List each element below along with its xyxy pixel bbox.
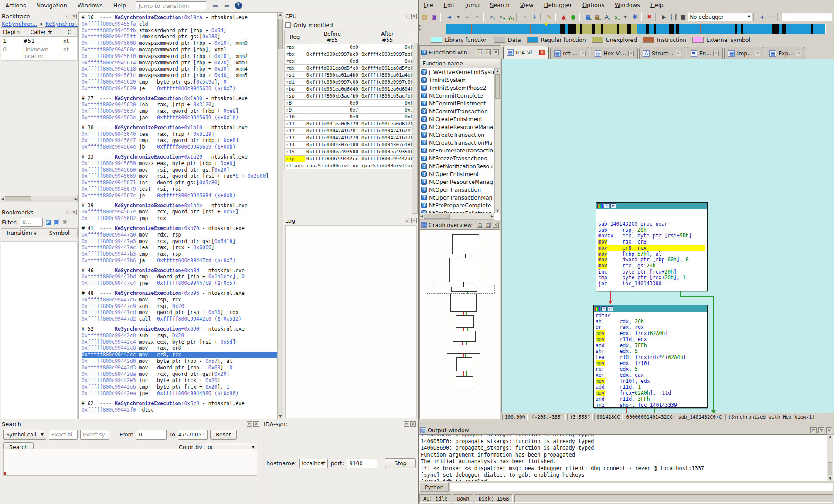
trace-instruction[interactable]: 0xfffff800c9945660 mov rsi, qword ptr gs… xyxy=(82,167,277,173)
function-list-item[interactable]: fNtCreateTransactionMa xyxy=(420,139,500,146)
close-panel-icon[interactable]: ✕ xyxy=(411,218,417,223)
trace-instruction[interactable]: 0xfffff800c99455fa cld xyxy=(82,21,277,27)
trace-instruction[interactable]: 0xfffff800c9945679 test rsi, rsi xyxy=(82,186,277,193)
node-edit-icon[interactable]: ✎ xyxy=(604,203,609,208)
trace-instruction[interactable]: 0xfffff800c994567e mov rcx, qword ptr [r… xyxy=(82,209,277,215)
ida-menu-view[interactable]: View xyxy=(515,0,539,10)
trace-instruction[interactable]: 0xfffff800c994567c je 0xfffff800c9945684… xyxy=(82,193,277,199)
node-color-icon[interactable]: ▒ xyxy=(595,306,600,311)
cpu-register-row[interactable]: rsp0xfffff800cb3acfb00xfffff800cb3acfb0 xyxy=(285,93,415,100)
trace-instruction[interactable]: 0xfffff800c9945608 movapsxmmword ptr [rb… xyxy=(82,40,277,47)
close-panel-icon[interactable]: ✕ xyxy=(411,14,417,19)
load-bookmarks-icon[interactable]: ◪ xyxy=(45,219,51,226)
float-icon[interactable]: □ xyxy=(810,427,817,433)
ida-menu-search[interactable]: Search xyxy=(485,0,515,10)
make-code-icon[interactable]: ▦+ xyxy=(583,12,592,21)
save-file-icon[interactable]: ▣ xyxy=(430,12,439,21)
nav-back-icon[interactable]: ◄ xyxy=(444,12,453,21)
step-into-icon[interactable]: ⇣ xyxy=(758,12,767,21)
cpu-register-row[interactable]: rdi0xffffc000e9997c000xffffc000e9997c00 xyxy=(285,79,415,86)
search-results-list[interactable] xyxy=(3,449,257,476)
step-over-icon[interactable]: ⇀ xyxy=(767,12,776,21)
output-log[interactable]: 1406B5B20: propagate_stkargs: function i… xyxy=(419,434,834,481)
make-string-icon[interactable]: s+ xyxy=(612,12,621,21)
trace-instruction[interactable]: 0xfffff800c99455fb stmxcsrdword ptr [rbp… xyxy=(82,27,277,34)
backtrace-row[interactable]: 1#51nt xyxy=(1,37,78,45)
cpu-register-row[interactable]: r100x00x0 xyxy=(285,114,415,121)
cpu-vscrollbar[interactable] xyxy=(412,43,418,214)
port-input[interactable]: 9100 xyxy=(347,459,377,468)
trace-instruction[interactable]: 0xfffff800c994564e jb 0xfffff800c9945659… xyxy=(82,144,277,150)
trace-instruction[interactable]: 0xfffff800c99442f0 rdtsc xyxy=(82,407,277,413)
function-list-item[interactable]: fNtCreateEnlistment xyxy=(420,115,500,123)
float-panel-icon[interactable]: ▫ xyxy=(247,421,252,427)
cpu-register-row[interactable]: rsi0xfffff800ca01a4b00xfffff800ca01a4b0 xyxy=(285,72,415,79)
make-data-icon[interactable]: ▦+ xyxy=(592,12,602,21)
function-list-item[interactable]: fNtCommitEnlistment xyxy=(420,99,500,107)
breadcrumb-link[interactable]: KeSynchror... xyxy=(2,20,37,27)
tab-imp[interactable]: ▤Imp...✕ xyxy=(724,47,764,59)
hostname-input[interactable]: localhost xyxy=(299,459,328,468)
function-name-column-header[interactable]: Function name xyxy=(420,59,500,68)
node-group-icon[interactable]: ⇄ xyxy=(608,306,613,311)
trace-instruction[interactable]: 0xfffff800c99447c6 mov rsp, rcx xyxy=(82,297,277,303)
trace-instruction[interactable]: 0xfffff800c994560c movapsxmmword ptr [rb… xyxy=(82,47,277,53)
cpu-register-row[interactable]: rax0x00x0 xyxy=(285,44,415,51)
restore-icon[interactable]: ◫ xyxy=(818,427,824,433)
cpu-register-row[interactable]: rflagscpazStido00nrvlfuxcpazStido00nrvlf… xyxy=(285,162,415,169)
function-list-item[interactable]: fNtOpenTransaction xyxy=(420,186,500,193)
menu-navigation[interactable]: Navigation xyxy=(31,1,72,10)
close-tab-icon[interactable]: ✕ xyxy=(796,51,801,56)
start-process-icon[interactable]: ▶ xyxy=(660,12,669,21)
trace-instruction[interactable]: 0xfffff800c9945618 movapsxmmword ptr [rb… xyxy=(82,66,277,72)
function-list-item[interactable]: fNtOpenEnlistment xyxy=(420,170,500,178)
menu-help[interactable]: Help xyxy=(108,1,132,10)
function-list-item[interactable]: fNtCommitComplete xyxy=(420,91,500,99)
exact-binary-input[interactable]: Exact bi... xyxy=(49,430,78,440)
bookmark-filter-input[interactable]: B... xyxy=(20,218,43,227)
trace-instruction[interactable]: 0xfffff800c99447ac lea rax, [rcx - 0x600… xyxy=(82,244,277,251)
cpu-register-row[interactable]: rcx0xd0xd xyxy=(285,58,415,65)
ida-menu-jump[interactable]: Jump xyxy=(460,0,485,10)
function-list-item[interactable]: fNtPrePrepareComplete xyxy=(420,201,500,209)
node-color-icon[interactable]: ▒ xyxy=(597,203,603,208)
toolbar-search-input[interactable] xyxy=(782,13,832,21)
trace-instruction[interactable]: 0xfffff800c99447c4 jne 0xfffff800c99447c… xyxy=(82,280,277,287)
highlight-lock-icon[interactable]: ✎ xyxy=(545,12,554,21)
tab-en[interactable]: ≡En...✕ xyxy=(687,47,723,59)
function-list-item[interactable]: fNtEnumerateTransactio xyxy=(420,146,500,154)
col-symbol[interactable]: Symbol xyxy=(41,229,78,237)
debugger-select[interactable]: No debugger▼ xyxy=(688,13,752,21)
trace-instruction[interactable]: 0xfffff800c994561c movapsxmmword ptr [rb… xyxy=(82,72,277,79)
close-tab-icon[interactable]: ✕ xyxy=(628,51,634,56)
nav-back-chevron-icon[interactable]: ▾ xyxy=(454,12,463,21)
trace-instruction[interactable]: 0xfffff800c99447a3 mov rcx, qword ptr gs… xyxy=(82,238,277,245)
trace-instruction[interactable]: 0xfffff800c99442d0 mov byte ptr [rbp - 0… xyxy=(82,358,277,365)
function-list-item[interactable]: fTmInitSystemPhase2 xyxy=(420,84,500,91)
cpu-register-row[interactable]: r140xffffe0004307e1800xffffe0004307e180 xyxy=(285,142,415,149)
trace-instruction[interactable]: 0xfffff800c99447bd cmp dword ptr [rip + … xyxy=(82,274,277,280)
trace-instruction[interactable]: 0xfffff800c99442cc mov cr8, rcx xyxy=(82,352,277,358)
trace-instruction[interactable]: 0xfffff800c99442e3 inc byte ptr [rcx + 0… xyxy=(82,377,277,384)
trace-instruction[interactable]: 0xfffff800c9945630 lea rax, [rip + 0x312… xyxy=(82,101,277,108)
bookmarks-list[interactable] xyxy=(1,241,78,419)
trace-instruction[interactable]: 0xfffff800c99442d3 mov dword ptr [rbp - … xyxy=(82,365,277,371)
functions-window-caption[interactable]: f Functions win... □ ◫ ✕ xyxy=(419,45,500,59)
float-icon[interactable]: □ xyxy=(477,49,483,55)
search-text-icon[interactable]: ⌕T xyxy=(497,12,506,21)
ida-menu-edit[interactable]: Edit xyxy=(439,0,460,10)
help-icon[interactable]: ? xyxy=(235,2,242,9)
stop-button[interactable]: Stop xyxy=(385,458,415,468)
continue-icon[interactable]: ● xyxy=(568,12,578,21)
ida-menu-help[interactable]: Help xyxy=(645,0,669,10)
col-transition[interactable]: Transition ▼ xyxy=(1,229,41,237)
trace-instruction[interactable]: 0xfffff800c99442c4 movzx ecx, byte ptr [… xyxy=(82,339,277,345)
trace-instruction[interactable]: 0xfffff800c9945637 cmp rax, qword ptr [r… xyxy=(82,108,277,115)
trace-instruction[interactable]: 0xfffff800c9945659 movzx eax, byte ptr [… xyxy=(82,160,277,167)
close-panel-icon[interactable]: ✕ xyxy=(410,421,416,427)
node-code[interactable]: sub_1401432C0 proc near sub rsp, 28h mov… xyxy=(596,209,707,288)
python-button[interactable]: Python xyxy=(419,482,449,492)
ida-menu-windows[interactable]: Windows xyxy=(609,0,645,10)
navband-arrows[interactable]: ▸▸ xyxy=(419,23,446,35)
backtrace-hscrollbar[interactable]: ◀▶ xyxy=(1,196,78,202)
